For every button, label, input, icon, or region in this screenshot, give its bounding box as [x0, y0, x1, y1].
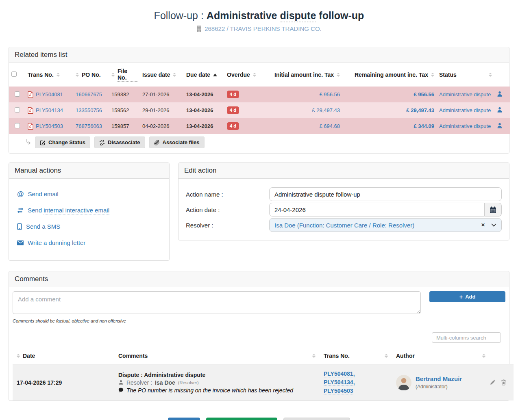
sort-icon[interactable]	[489, 73, 492, 77]
action-date-row: Action date :	[186, 203, 502, 216]
clear-selection-icon[interactable]: ✕	[481, 222, 485, 228]
sort-icon[interactable]	[482, 354, 485, 358]
multi-columns-search-input[interactable]	[432, 332, 501, 343]
send-sms-link[interactable]: Send a SMS	[17, 223, 161, 230]
comment-trans-link[interactable]: PLY504503	[324, 388, 353, 394]
due-date-value: 13-04-2026	[186, 91, 213, 97]
user-icon[interactable]	[497, 107, 503, 113]
sort-icon[interactable]	[337, 73, 340, 77]
col-initial-amount: Initial amount inc. Tax	[274, 71, 334, 78]
follow-up-page: Follow-up : Administrative dispute follo…	[0, 0, 518, 420]
overdue-badge: 4 d	[227, 122, 239, 130]
mobile-phone-icon	[17, 223, 22, 230]
write-dunning-letter-link[interactable]: Write a dunning letter	[17, 239, 161, 246]
resolver-label: Resolver :	[186, 222, 269, 229]
add-comment-textarea[interactable]	[13, 291, 421, 314]
sort-icon[interactable]	[312, 354, 316, 358]
delete-action-button[interactable]: Delete this action	[283, 418, 350, 420]
author-name-link[interactable]: Bertrand Mazuir	[416, 375, 462, 382]
row-checkbox[interactable]	[15, 107, 20, 113]
comments-header-row: Date Comments Trans No. Author	[13, 348, 514, 364]
col-issue-date: Issue date	[142, 71, 170, 78]
edit-square-icon	[40, 140, 46, 145]
overdue-badge: 4 d	[227, 91, 239, 98]
action-date-input[interactable]	[269, 203, 485, 216]
file-no-value: 159382	[111, 91, 129, 97]
send-internal-email-link[interactable]: Send internal interactive email	[17, 207, 161, 214]
action-name-row: Action name :	[186, 187, 502, 201]
pdf-file-icon[interactable]	[28, 107, 33, 114]
po-no-link[interactable]: 133550756	[76, 107, 102, 113]
sort-icon[interactable]	[76, 73, 79, 77]
comment-trans-link[interactable]: PLY504134,	[324, 379, 355, 386]
user-icon[interactable]	[497, 91, 503, 97]
paperclip-icon	[154, 140, 160, 145]
comments-title: Comments	[9, 271, 509, 287]
pdf-file-icon[interactable]	[28, 123, 33, 130]
sort-icon[interactable]	[173, 73, 176, 77]
selection-tree-line	[27, 75, 27, 136]
col-date: Date	[23, 353, 35, 359]
related-items-body: Trans No. PO No. File No. Issue date Due…	[9, 63, 509, 153]
remaining-amount-value: £ 29,497.43	[406, 107, 434, 113]
due-date-value: 13-04-2026	[186, 107, 213, 113]
exchange-icon	[17, 208, 24, 213]
edit-comment-pencil-icon[interactable]	[490, 379, 496, 385]
issue-date-value: 29-01-2026	[142, 107, 170, 113]
po-no-link[interactable]: 160667675	[76, 91, 102, 97]
sort-asc-icon[interactable]	[213, 74, 217, 76]
col-file-no: File No.	[118, 68, 137, 82]
row-checkbox[interactable]	[15, 123, 20, 128]
calendar-icon	[490, 206, 496, 213]
select-all-checkbox[interactable]	[11, 71, 17, 77]
edit-action-panel: Edit action Action name : Action date :	[178, 162, 509, 240]
user-icon[interactable]	[497, 123, 503, 128]
col-trans-no: Trans No.	[28, 71, 54, 78]
calendar-button[interactable]	[485, 203, 502, 216]
file-no-value: 159562	[111, 107, 129, 113]
action-name-input[interactable]	[269, 187, 502, 201]
resolver-select[interactable]: Isa Doe (Function: Customer Care / Role:…	[269, 218, 502, 232]
sort-icon[interactable]	[57, 73, 60, 77]
send-email-link[interactable]: @ Send email	[17, 191, 161, 197]
comment-trans-link[interactable]: PLY504081,	[324, 370, 355, 377]
sort-icon[interactable]	[17, 354, 20, 358]
col-po-no: PO No.	[82, 71, 101, 78]
action-name-label: Action name :	[186, 191, 269, 198]
pdf-file-icon[interactable]	[28, 91, 33, 98]
sort-icon[interactable]	[431, 73, 434, 77]
trans-no-link[interactable]: PLY504081	[36, 91, 63, 97]
associate-files-button[interactable]: Associate files	[149, 136, 205, 148]
remaining-amount-value: £ 956.56	[414, 91, 434, 97]
sort-icon[interactable]	[385, 354, 388, 358]
row-checkbox[interactable]	[15, 91, 20, 97]
initial-amount-value: £ 956.56	[319, 91, 340, 97]
close-follow-up-button[interactable]: Close the follow-up	[206, 418, 277, 420]
status-link[interactable]: Administrative dispute	[439, 123, 491, 129]
manual-actions-panel: Manual actions @ Send email Send interna…	[9, 162, 170, 261]
status-link[interactable]: Administrative dispute	[439, 107, 491, 113]
page-title: Follow-up : Administrative dispute follo…	[0, 10, 518, 22]
title-dotted-word: dispute	[280, 10, 316, 22]
status-link[interactable]: Administrative dispute	[439, 91, 491, 97]
add-comment-button[interactable]: + Add	[429, 291, 505, 302]
delete-comment-trash-icon[interactable]	[501, 379, 506, 385]
disassociate-button[interactable]: Disassociate	[94, 136, 145, 148]
person-icon	[118, 380, 124, 385]
footer-actions: Save Close the follow-up Delete this act…	[0, 418, 518, 420]
sort-icon[interactable]	[253, 73, 256, 77]
trans-no-link[interactable]: PLY504134	[36, 107, 63, 113]
issue-date-value: 27-01-2026	[142, 91, 170, 97]
chevron-down-icon[interactable]	[491, 223, 496, 227]
client-subtitle-link[interactable]: 268622 / TRAVIS PERKINS TRADING CO.	[0, 25, 518, 32]
change-status-button[interactable]: Change Status	[35, 136, 90, 148]
related-items-table: Trans No. PO No. File No. Issue date Due…	[9, 63, 510, 134]
trans-no-link[interactable]: PLY504503	[36, 123, 63, 129]
po-no-link[interactable]: 768756063	[76, 123, 102, 129]
save-button[interactable]: Save	[168, 418, 200, 420]
comment-date: 17-04-2026 17:29	[17, 379, 62, 386]
sort-icon[interactable]	[111, 73, 115, 77]
related-items-title: Related items list	[9, 47, 509, 63]
col-remaining-amount: Remaining amount inc. Tax	[355, 71, 428, 78]
edit-action-body: Action name : Action date : Resolver :	[178, 179, 509, 240]
